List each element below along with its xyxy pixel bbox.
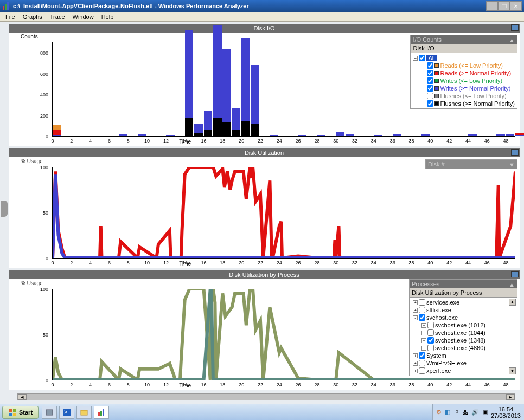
window-title: c:\_Install\Mount-AppVClientPackage-NoFl… (13, 3, 486, 9)
legend-checkbox[interactable] (419, 299, 425, 306)
tray-volume-icon[interactable]: 🔊 (471, 409, 479, 416)
tree-toggle-icon[interactable]: + (413, 353, 418, 358)
svg-text:>_: >_ (64, 409, 71, 415)
scroll-up-button[interactable]: ▲ (509, 299, 516, 306)
taskbar-item-server[interactable] (42, 406, 57, 419)
taskbar-item-powershell[interactable]: >_ (59, 406, 74, 419)
y-axis-label: Counts (21, 34, 38, 40)
legend-checkbox[interactable] (419, 314, 425, 321)
menubar: File Graphs Trace Window Help (0, 12, 524, 22)
tree-toggle-icon[interactable]: + (413, 361, 418, 366)
panel-collapse-button[interactable] (511, 149, 519, 156)
svg-rect-11 (98, 412, 100, 416)
svg-rect-6 (13, 413, 16, 416)
panel-disk-proc: Disk Utilization by Process % Usage 0246… (9, 270, 520, 390)
menu-trace[interactable]: Trace (47, 12, 68, 21)
app-icon (2, 2, 11, 10)
svg-rect-10 (81, 410, 87, 415)
legend-checkbox[interactable] (419, 360, 425, 366)
scroll-left-button[interactable]: ◂ (18, 394, 27, 400)
panel-collapse-button[interactable] (511, 271, 519, 277)
legend-checkbox[interactable] (419, 307, 425, 313)
taskbar: Start >_ ⚙ ◧ ⚐ 🖧 🔊 ▣ 16:54 27/08/2013 (0, 404, 524, 420)
legend-checkbox[interactable] (419, 367, 425, 374)
legend-checkbox[interactable] (427, 77, 433, 84)
svg-rect-12 (100, 411, 102, 416)
panel-disk-util: Disk Utilization % Usage 024681012141618… (9, 148, 520, 268)
menu-help[interactable]: Help (98, 12, 117, 21)
system-tray: ⚙ ◧ ⚐ 🖧 🔊 ▣ 16:54 27/08/2013 (432, 404, 524, 420)
y-axis-label: % Usage (21, 280, 43, 286)
left-panel-handle[interactable] (1, 201, 8, 217)
y-axis-label: % Usage (21, 158, 43, 164)
legend-checkbox[interactable] (427, 93, 433, 99)
menu-window[interactable]: Window (69, 12, 97, 21)
tree-toggle-icon[interactable]: - (413, 315, 418, 320)
chart-disk-util[interactable]: % Usage 02468101214161820222426283032343… (9, 157, 520, 268)
minimize-button[interactable]: _ (486, 1, 498, 11)
svg-rect-5 (9, 413, 12, 416)
legend-checkbox[interactable] (427, 100, 433, 107)
horizontal-scrollbar[interactable]: ◂ ▸ (17, 393, 515, 400)
legend-check-all[interactable] (419, 55, 425, 61)
legend-checkbox[interactable] (427, 85, 433, 92)
svg-rect-0 (3, 6, 4, 10)
legend-checkbox[interactable] (427, 329, 434, 336)
panel-header-proc: Disk Utilization by Process (9, 270, 520, 279)
tree-toggle-icon[interactable]: + (421, 331, 426, 335)
tray-icon[interactable]: ⚙ (436, 409, 442, 416)
legend-checkbox[interactable] (427, 70, 433, 76)
legend-checkbox[interactable] (427, 345, 434, 351)
tree-toggle-icon[interactable]: + (413, 308, 418, 313)
panel-header-util: Disk Utilization (9, 148, 520, 157)
tray-icon[interactable]: ▣ (482, 409, 488, 416)
scroll-right-button[interactable]: ▸ (506, 394, 515, 400)
menu-graphs[interactable]: Graphs (20, 12, 46, 21)
tray-flag-icon[interactable]: ⚐ (453, 409, 459, 416)
tree-toggle-icon[interactable]: + (421, 346, 426, 351)
legend-checkbox[interactable] (427, 62, 433, 69)
tree-toggle-icon[interactable]: + (413, 369, 418, 373)
titlebar: c:\_Install\Mount-AppVClientPackage-NoFl… (0, 0, 524, 12)
tray-clock[interactable]: 16:54 27/08/2013 (491, 406, 521, 419)
tray-network-icon[interactable]: 🖧 (462, 409, 468, 416)
tree-collapse-icon[interactable]: − (413, 56, 418, 61)
panel-disk-io: Disk I/O Counts 024681012141618202224262… (9, 24, 520, 146)
legend-checkbox[interactable] (427, 322, 434, 328)
tree-toggle-icon[interactable]: + (421, 338, 426, 343)
tree-toggle-icon[interactable]: + (413, 300, 418, 305)
legend-checkbox[interactable] (427, 337, 434, 344)
legend-processes[interactable]: Processes▲ Disk Utilization by Process ▲… (409, 279, 517, 376)
svg-rect-2 (7, 2, 9, 10)
panel-header-io: Disk I/O (9, 24, 520, 33)
tree-toggle-icon[interactable]: + (421, 323, 426, 328)
legend-all-label[interactable]: All (426, 55, 436, 61)
start-button[interactable]: Start (2, 406, 39, 419)
legend-checkbox[interactable] (419, 352, 425, 359)
scrollbar-thumb[interactable] (27, 394, 506, 400)
legend-disk-num[interactable]: Disk #▼ (425, 159, 517, 169)
taskbar-item-explorer[interactable] (76, 406, 92, 419)
svg-rect-4 (13, 409, 16, 412)
svg-rect-7 (46, 410, 53, 415)
svg-rect-13 (103, 409, 104, 416)
chart-disk-io[interactable]: Counts 024681012141618202224262830323436… (9, 33, 520, 146)
legend-tab[interactable]: Disk Utilization by Process (410, 288, 517, 298)
tray-icon[interactable]: ◧ (445, 409, 450, 416)
svg-rect-3 (9, 409, 12, 412)
scroll-down-button[interactable]: ▼ (509, 367, 516, 374)
panel-collapse-button[interactable] (511, 24, 519, 31)
taskbar-item-wpa[interactable] (94, 406, 109, 419)
close-button[interactable]: ✕ (510, 1, 522, 11)
chart-disk-proc[interactable]: % Usage 02468101214161820222426283032343… (9, 279, 520, 390)
menu-file[interactable]: File (2, 12, 18, 21)
maximize-button[interactable]: ❐ (498, 1, 510, 11)
svg-rect-1 (5, 4, 7, 10)
windows-logo-icon (8, 408, 17, 417)
legend-tab[interactable]: Disk I/O (411, 44, 517, 53)
legend-io-counts[interactable]: I/O Counts▲ Disk I/O −All Reads (<= Low … (410, 35, 517, 109)
